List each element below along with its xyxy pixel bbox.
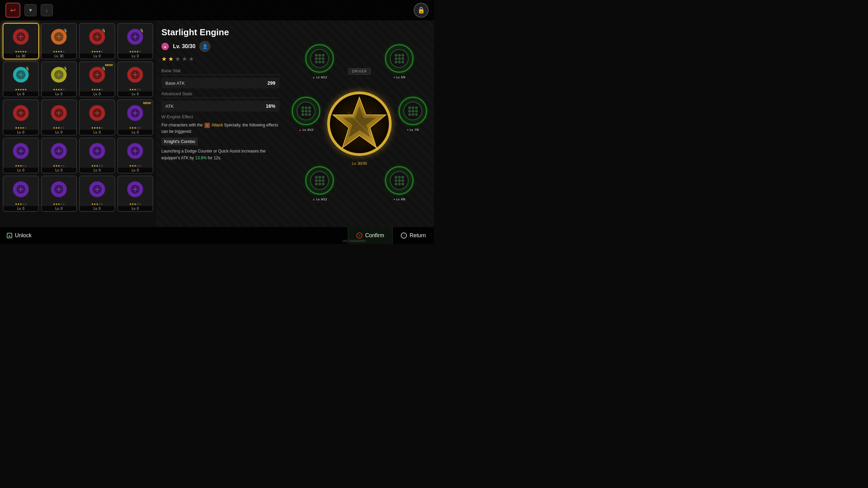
item-level: Lv. 0: [80, 54, 115, 59]
item-level: Lv. 0: [3, 168, 38, 173]
list-item[interactable]: 🔒★★★★☆Lv. 0: [79, 23, 115, 59]
return-circle-icon: ○: [401, 232, 407, 239]
dot: [315, 179, 318, 182]
slot-bot-left[interactable]: ▲ Lv. 9/12: [305, 166, 334, 195]
item-icon: 🔒: [42, 62, 77, 88]
list-item[interactable]: ★★★☆☆Lv. 0: [3, 176, 39, 212]
list-item[interactable]: NEW!★★★☆☆Lv. 0: [117, 99, 154, 136]
dot: [401, 179, 404, 182]
new-badge: NEW!: [105, 63, 113, 67]
slot-mid-right[interactable]: ● Lv. 7/9: [398, 97, 427, 125]
top-bar: ↩ ▼ ↓ 🔒: [0, 0, 434, 20]
slot-bot-right[interactable]: ● Lv. 6/9: [385, 166, 414, 195]
list-item[interactable]: ★★★☆☆Lv. 0: [117, 176, 154, 212]
item-stars: ★★★★☆: [15, 126, 27, 130]
list-item[interactable]: ★★★★☆Lv. 0: [3, 99, 39, 136]
slot-type-icon-tl: ▲: [312, 76, 315, 79]
item-icon: [42, 138, 77, 164]
list-item[interactable]: 🔒★★★★☆Lv. 0: [117, 23, 154, 59]
list-item[interactable]: ★★★★★Lv. 30: [3, 23, 39, 59]
dot: [401, 176, 404, 179]
engine-level-text: Lv. 30/30: [173, 43, 195, 49]
item-icon: 🔒: [80, 24, 115, 50]
list-item[interactable]: 🔒★★★★★Lv. 0: [3, 61, 39, 98]
dot: [398, 54, 401, 57]
effect-desc-1: For characters with the Attack Specialty…: [161, 122, 279, 135]
lock-icon: 🔒: [417, 6, 425, 14]
dot: [395, 61, 397, 63]
list-item[interactable]: 🔒★★★★☆Lv. 30: [41, 23, 77, 59]
list-item[interactable]: ★★★☆☆Lv. 0: [41, 176, 77, 212]
item-level: Lv. 0: [80, 130, 115, 135]
list-item[interactable]: ★★★★☆Lv. 0: [79, 99, 115, 136]
effect-desc-2: Launching a Dodge Counter or Quick Assis…: [161, 148, 279, 161]
unlock-button[interactable]: ▲ Unlock: [0, 227, 38, 244]
effect-percent: 13.8%: [195, 156, 206, 160]
dot: [412, 113, 414, 116]
item-icon: 🔒NEW!: [80, 62, 115, 88]
dot: [395, 54, 397, 57]
slot-type-icon-mr: ●: [407, 128, 409, 131]
list-item[interactable]: ★★★☆☆Lv. 0: [3, 138, 39, 174]
dot: [412, 106, 414, 109]
filter-button[interactable]: ▼: [24, 4, 37, 16]
unlock-icon: ▲: [7, 233, 12, 238]
item-level: Lv. 0: [42, 130, 77, 135]
item-stars: ★★★★☆: [53, 50, 65, 54]
slot-ring-ml: [292, 97, 320, 125]
slot-label-bl: ▲ Lv. 9/12: [312, 198, 327, 201]
driver-label: DRIVER: [348, 68, 371, 75]
slot-label-br: ● Lv. 6/9: [393, 198, 405, 201]
dot: [318, 57, 321, 60]
star-5: ★: [189, 55, 194, 63]
dot: [398, 183, 401, 185]
item-icon: [118, 176, 153, 202]
uid-text: UID: 1500602857: [342, 239, 366, 243]
list-item[interactable]: ★★★☆☆Lv. 0: [79, 138, 115, 174]
slot-mid-left[interactable]: ▲ Lv. 9/12: [292, 97, 320, 125]
item-icon: [80, 138, 115, 164]
return-button[interactable]: ○ Return: [392, 227, 434, 244]
dot: [322, 54, 324, 57]
center-ring: [327, 92, 392, 156]
lock-button[interactable]: 🔒: [414, 3, 429, 18]
detail-panel: Starlight Engine ▲ Lv. 30/30 👤 ★ ★ ★ ★ ★…: [156, 20, 285, 227]
list-item[interactable]: ★★★☆☆Lv. 0: [79, 176, 115, 212]
dot: [322, 57, 324, 60]
item-level: Lv. 0: [80, 206, 115, 211]
slot-level-br: Lv. 6/9: [396, 198, 405, 201]
list-item[interactable]: 🔒★★★★☆Lv. 0: [41, 61, 77, 98]
list-item[interactable]: 🔒NEW!★★★★☆Lv. 0: [79, 61, 115, 98]
dot: [408, 110, 411, 113]
slot-top-left[interactable]: ▲ Lv. 9/12: [305, 44, 334, 73]
item-level: Lv. 0: [80, 168, 115, 173]
sort-button[interactable]: ↓: [41, 4, 53, 16]
filter-icon: ▼: [28, 7, 33, 13]
new-badge: NEW!: [143, 101, 151, 105]
dot: [408, 113, 411, 116]
slot-top-right[interactable]: ● Lv. 5/9: [385, 44, 414, 73]
list-item[interactable]: ★★★☆☆Lv. 0: [117, 61, 154, 98]
bottom-bar: ▲ Unlock UID: 1500602857 ✕ Confirm ○ Ret…: [0, 227, 434, 244]
list-item[interactable]: ★★★☆☆Lv. 0: [117, 138, 154, 174]
slot-label-tr: ● Lv. 5/9: [393, 76, 405, 79]
back-button[interactable]: ↩: [5, 3, 20, 18]
star-2: ★: [168, 55, 174, 63]
item-stars: ★★★☆☆: [53, 126, 65, 130]
list-item[interactable]: ★★★☆☆Lv. 0: [41, 99, 77, 136]
slot-dots-bl: [314, 175, 326, 187]
dot: [398, 176, 401, 179]
slot-type-icon-bl: ▲: [312, 198, 315, 201]
slot-dots-tr: [393, 53, 406, 65]
engine-stars: ★ ★ ★ ★ ★: [161, 55, 279, 63]
dot: [315, 54, 318, 57]
dot: [395, 57, 397, 60]
dot: [415, 110, 418, 113]
dot: [401, 61, 404, 63]
effect-section: W-Engine Effect For characters with the …: [161, 114, 279, 161]
base-atk-label: Base ATK: [165, 81, 185, 86]
slot-type-icon-tr: ●: [393, 76, 395, 79]
slot-ring-mr: [398, 97, 427, 125]
item-level: Lv. 0: [3, 206, 38, 211]
list-item[interactable]: ★★★☆☆Lv. 0: [41, 138, 77, 174]
